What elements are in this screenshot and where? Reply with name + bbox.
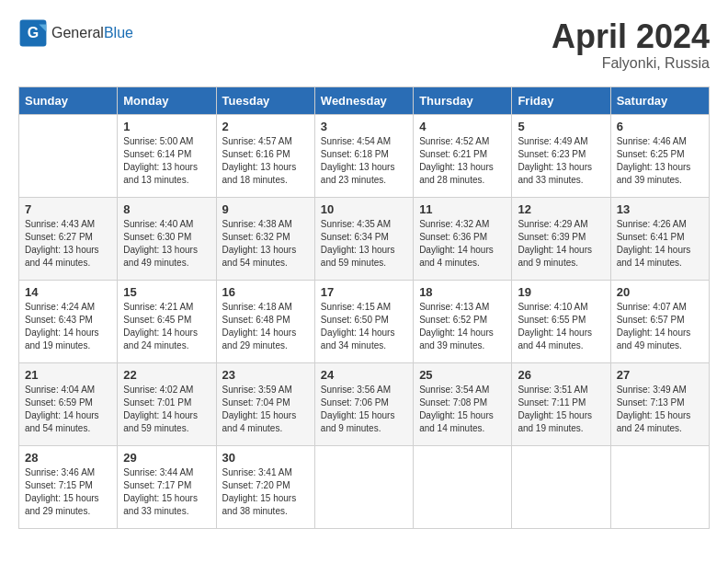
calendar-cell: 21Sunrise: 4:04 AM Sunset: 6:59 PM Dayli… [19,362,118,445]
calendar-cell [610,445,709,528]
day-info: Sunrise: 3:54 AM Sunset: 7:08 PM Dayligh… [419,384,506,435]
calendar-cell: 25Sunrise: 3:54 AM Sunset: 7:08 PM Dayli… [414,362,512,445]
day-number: 1 [123,120,210,133]
day-info: Sunrise: 3:59 AM Sunset: 7:04 PM Dayligh… [222,384,309,435]
day-info: Sunrise: 4:57 AM Sunset: 6:16 PM Dayligh… [222,135,309,187]
day-info: Sunrise: 4:32 AM Sunset: 6:36 PM Dayligh… [419,218,506,270]
day-info: Sunrise: 4:29 AM Sunset: 6:39 PM Dayligh… [518,218,604,270]
calendar-cell: 2Sunrise: 4:57 AM Sunset: 6:16 PM Daylig… [216,114,314,197]
day-number: 14 [25,285,111,299]
calendar-cell: 30Sunrise: 3:41 AM Sunset: 7:20 PM Dayli… [216,445,314,528]
calendar-table: SundayMondayTuesdayWednesdayThursdayFrid… [18,86,710,529]
day-info: Sunrise: 3:46 AM Sunset: 7:15 PM Dayligh… [25,466,111,518]
svg-text:G: G [28,25,39,40]
calendar-cell: 15Sunrise: 4:21 AM Sunset: 6:45 PM Dayli… [118,280,216,362]
week-row-1: 1Sunrise: 5:00 AM Sunset: 6:14 PM Daylig… [19,114,710,197]
day-number: 2 [222,120,309,133]
calendar-cell: 14Sunrise: 4:24 AM Sunset: 6:43 PM Dayli… [19,280,118,362]
day-info: Sunrise: 4:26 AM Sunset: 6:41 PM Dayligh… [617,218,703,270]
week-row-2: 7Sunrise: 4:43 AM Sunset: 6:27 PM Daylig… [19,197,710,280]
day-info: Sunrise: 4:52 AM Sunset: 6:21 PM Dayligh… [419,135,506,187]
day-number: 21 [25,368,111,382]
calendar-cell: 9Sunrise: 4:38 AM Sunset: 6:32 PM Daylig… [216,197,314,280]
calendar-cell: 3Sunrise: 4:54 AM Sunset: 6:18 PM Daylig… [314,114,413,197]
page-header: G GeneralBlue April 2024 Falyonki, Russi… [18,18,710,72]
logo-text: GeneralBlue [51,25,133,41]
calendar-cell: 19Sunrise: 4:10 AM Sunset: 6:55 PM Dayli… [512,280,610,362]
calendar-cell: 20Sunrise: 4:07 AM Sunset: 6:57 PM Dayli… [610,280,709,362]
calendar-cell: 28Sunrise: 3:46 AM Sunset: 7:15 PM Dayli… [19,445,118,528]
day-number: 22 [123,368,210,382]
day-number: 3 [321,120,407,133]
day-number: 8 [123,202,210,216]
day-number: 15 [123,285,210,299]
day-number: 18 [419,285,506,299]
calendar-cell: 22Sunrise: 4:02 AM Sunset: 7:01 PM Dayli… [118,362,216,445]
calendar-cell [314,445,413,528]
day-number: 19 [518,285,604,299]
day-info: Sunrise: 4:46 AM Sunset: 6:25 PM Dayligh… [617,135,703,187]
calendar-cell: 11Sunrise: 4:32 AM Sunset: 6:36 PM Dayli… [414,197,512,280]
header-day-sunday: Sunday [19,86,118,114]
month-title: April 2024 [552,18,710,55]
day-info: Sunrise: 4:43 AM Sunset: 6:27 PM Dayligh… [25,218,111,270]
calendar-cell: 16Sunrise: 4:18 AM Sunset: 6:48 PM Dayli… [216,280,314,362]
day-number: 11 [419,202,506,216]
day-number: 17 [321,285,407,299]
calendar-cell [512,445,610,528]
day-info: Sunrise: 4:54 AM Sunset: 6:18 PM Dayligh… [321,135,407,187]
day-info: Sunrise: 3:44 AM Sunset: 7:17 PM Dayligh… [123,466,210,518]
calendar-cell: 27Sunrise: 3:49 AM Sunset: 7:13 PM Dayli… [610,362,709,445]
day-number: 27 [617,368,703,382]
header-day-saturday: Saturday [610,86,709,114]
week-row-5: 28Sunrise: 3:46 AM Sunset: 7:15 PM Dayli… [19,445,710,528]
location: Falyonki, Russia [552,55,710,72]
day-number: 9 [222,202,309,216]
calendar-cell: 18Sunrise: 4:13 AM Sunset: 6:52 PM Dayli… [414,280,512,362]
header-day-wednesday: Wednesday [314,86,413,114]
day-info: Sunrise: 4:18 AM Sunset: 6:48 PM Dayligh… [222,301,309,352]
day-info: Sunrise: 3:49 AM Sunset: 7:13 PM Dayligh… [617,384,703,435]
day-number: 5 [518,120,604,133]
title-block: April 2024 Falyonki, Russia [552,18,710,72]
day-number: 12 [518,202,604,216]
day-number: 24 [321,368,407,382]
logo-icon: G [18,18,48,48]
header-day-tuesday: Tuesday [216,86,314,114]
header-day-thursday: Thursday [414,86,512,114]
calendar-cell [414,445,512,528]
calendar-cell: 13Sunrise: 4:26 AM Sunset: 6:41 PM Dayli… [610,197,709,280]
day-number: 26 [518,368,604,382]
calendar-cell: 24Sunrise: 3:56 AM Sunset: 7:06 PM Dayli… [314,362,413,445]
day-info: Sunrise: 4:49 AM Sunset: 6:23 PM Dayligh… [518,135,604,187]
calendar-cell: 23Sunrise: 3:59 AM Sunset: 7:04 PM Dayli… [216,362,314,445]
day-info: Sunrise: 4:13 AM Sunset: 6:52 PM Dayligh… [419,301,506,352]
day-info: Sunrise: 3:51 AM Sunset: 7:11 PM Dayligh… [518,384,604,435]
calendar-cell: 17Sunrise: 4:15 AM Sunset: 6:50 PM Dayli… [314,280,413,362]
header-day-monday: Monday [118,86,216,114]
calendar-cell: 8Sunrise: 4:40 AM Sunset: 6:30 PM Daylig… [118,197,216,280]
day-info: Sunrise: 4:10 AM Sunset: 6:55 PM Dayligh… [518,301,604,352]
day-number: 20 [617,285,703,299]
day-number: 29 [123,451,210,465]
day-info: Sunrise: 3:41 AM Sunset: 7:20 PM Dayligh… [222,466,309,518]
day-info: Sunrise: 3:56 AM Sunset: 7:06 PM Dayligh… [321,384,407,435]
calendar-cell: 1Sunrise: 5:00 AM Sunset: 6:14 PM Daylig… [118,114,216,197]
day-number: 25 [419,368,506,382]
day-info: Sunrise: 4:21 AM Sunset: 6:45 PM Dayligh… [123,301,210,352]
day-number: 13 [617,202,703,216]
day-info: Sunrise: 4:35 AM Sunset: 6:34 PM Dayligh… [321,218,407,270]
day-info: Sunrise: 4:24 AM Sunset: 6:43 PM Dayligh… [25,301,111,352]
calendar-cell: 4Sunrise: 4:52 AM Sunset: 6:21 PM Daylig… [414,114,512,197]
calendar-cell: 10Sunrise: 4:35 AM Sunset: 6:34 PM Dayli… [314,197,413,280]
calendar-cell: 6Sunrise: 4:46 AM Sunset: 6:25 PM Daylig… [610,114,709,197]
logo: G GeneralBlue [18,18,133,48]
calendar-cell [19,114,118,197]
day-number: 10 [321,202,407,216]
logo-general-text: General [51,25,104,40]
calendar-cell: 12Sunrise: 4:29 AM Sunset: 6:39 PM Dayli… [512,197,610,280]
day-info: Sunrise: 4:07 AM Sunset: 6:57 PM Dayligh… [617,301,703,352]
calendar-cell: 5Sunrise: 4:49 AM Sunset: 6:23 PM Daylig… [512,114,610,197]
day-number: 7 [25,202,111,216]
day-number: 30 [222,451,309,465]
